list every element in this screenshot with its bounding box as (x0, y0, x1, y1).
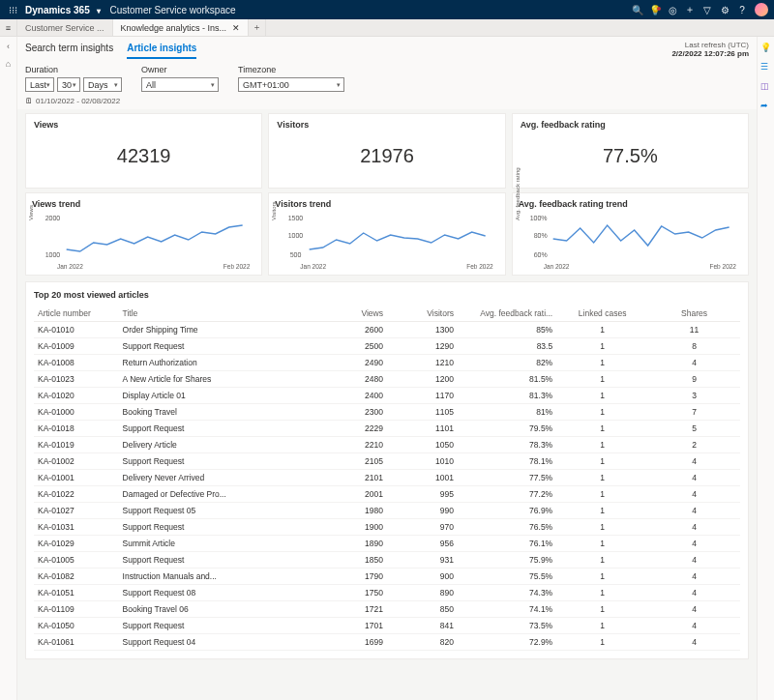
cell: 81.3% (458, 388, 556, 404)
kpi-label: Visitors (277, 120, 496, 130)
cell: Support Request (119, 421, 316, 437)
col-avg-feedback[interactable]: Avg. feedback rati... (458, 306, 556, 322)
cell: Support Request (119, 519, 316, 536)
trend-visitors: Visitors trend Visitors 1500 1000 500 Ja… (268, 192, 505, 276)
table-row[interactable]: KA-01010Order Shipping Time2600130085%11… (34, 322, 740, 338)
cell: 1 (556, 519, 648, 536)
duration-mode-select[interactable]: Last (25, 77, 54, 92)
cell: KA-01029 (34, 536, 119, 552)
table-row[interactable]: KA-01051Support Request 08175089074.3%14 (34, 585, 740, 601)
cell: 1 (556, 585, 648, 601)
close-icon[interactable]: ✕ (232, 23, 240, 33)
col-title[interactable]: Title (119, 306, 316, 322)
user-avatar[interactable] (755, 3, 768, 16)
table-row[interactable]: KA-01019Delivery Article2210105078.3%12 (34, 437, 740, 453)
cell: 81% (458, 404, 556, 421)
col-shares[interactable]: Shares (648, 306, 740, 322)
list-icon[interactable]: ☰ (760, 62, 772, 73)
duration-count-select[interactable]: 30 (57, 77, 80, 92)
svg-text:60%: 60% (533, 251, 547, 258)
kpi-row: Views 42319 Visitors 21976 Avg. feedback… (17, 109, 757, 192)
cell: 1 (556, 338, 648, 355)
filter-icon[interactable]: ▽ (699, 5, 716, 15)
subtab-search-term[interactable]: Search term insights (25, 43, 113, 59)
cell: KA-01018 (34, 421, 119, 437)
session-tabs: ≡ Customer Service ... Knowledge analyti… (0, 19, 774, 37)
timezone-label: Timezone (238, 65, 344, 74)
brand-label: Dynamics 365 (25, 5, 90, 15)
cell: 4 (648, 486, 740, 503)
cell: 956 (387, 536, 458, 552)
cell: Damaged or Defective Pro... (119, 486, 316, 503)
filter-timezone: Timezone GMT+01:00 (238, 65, 344, 105)
table-row[interactable]: KA-01061Support Request 04169982072.9%14 (34, 634, 740, 651)
cell: 1 (556, 569, 648, 585)
lightbulb-icon[interactable]: 💡 (646, 5, 664, 15)
table-row[interactable]: KA-01022Damaged or Defective Pro...20019… (34, 486, 740, 503)
target-icon[interactable]: ◎ (664, 5, 681, 15)
search-icon[interactable]: 🔍 (629, 5, 646, 15)
cell: Support Request (119, 453, 316, 470)
duration-unit-select[interactable]: Days (83, 77, 122, 92)
cell: 74.3% (458, 585, 556, 601)
col-linked-cases[interactable]: Linked cases (556, 306, 648, 322)
lightbulb-icon[interactable]: 💡 (760, 43, 772, 54)
cell: 11 (648, 322, 740, 338)
cell: 1210 (387, 355, 458, 371)
col-views[interactable]: Views (316, 306, 387, 322)
table-row[interactable]: KA-01109Booking Travel 06172185074.1%14 (34, 601, 740, 618)
add-icon[interactable]: ＋ (681, 3, 699, 16)
cell: 1 (556, 388, 648, 404)
cell: 4 (648, 585, 740, 601)
table-row[interactable]: KA-01020Display Article 012400117081.3%1… (34, 388, 740, 404)
brand-switcher[interactable]: Dynamics 365 ▾ (25, 5, 101, 15)
table-row[interactable]: KA-01029Summit Article189095676.1%14 (34, 536, 740, 552)
back-icon[interactable]: ‹ (3, 41, 15, 52)
table-row[interactable]: KA-01031Support Request190097076.5%14 (34, 519, 740, 536)
cell: 4 (648, 634, 740, 651)
hamburger-icon[interactable]: ≡ (0, 19, 17, 36)
kpi-value: 77.5% (521, 130, 740, 182)
cell: 4 (648, 569, 740, 585)
cell: Summit Article (119, 536, 316, 552)
cell: 2229 (316, 421, 387, 437)
cell: Support Request 08 (119, 585, 316, 601)
cell: 1001 (387, 470, 458, 486)
share-icon[interactable]: ➦ (760, 101, 772, 112)
cell: Delivery Never Arrived (119, 470, 316, 486)
table-row[interactable]: KA-01002Support Request2105101078.1%14 (34, 453, 740, 470)
add-tab-button[interactable]: ＋ (249, 19, 266, 36)
table-row[interactable]: KA-01000Booking Travel2300110581%17 (34, 404, 740, 421)
cell: 1105 (387, 404, 458, 421)
teams-icon[interactable]: ◫ (760, 81, 772, 93)
cell: 4 (648, 536, 740, 552)
cell: 1 (556, 421, 648, 437)
table-row[interactable]: KA-01082Instruction Manuals and...179090… (34, 569, 740, 585)
table-row[interactable]: KA-01001Delivery Never Arrived2101100177… (34, 470, 740, 486)
help-icon[interactable]: ? (733, 5, 751, 15)
timezone-select[interactable]: GMT+01:00 (238, 77, 344, 92)
cell: 2001 (316, 486, 387, 503)
col-article-number[interactable]: Article number (34, 306, 119, 322)
table-row[interactable]: KA-01027Support Request 05198099076.9%14 (34, 503, 740, 519)
cell: 1170 (387, 388, 458, 404)
table-row[interactable]: KA-01023A New Article for Shares24801200… (34, 371, 740, 388)
table-row[interactable]: KA-01050Support Request170184173.5%14 (34, 618, 740, 634)
tab-knowledge-analytics[interactable]: Knowledge analytics - Ins... ✕ (113, 19, 250, 36)
table-row[interactable]: KA-01008Return Authorization2490121082%1… (34, 355, 740, 371)
cell: 990 (387, 503, 458, 519)
table-row[interactable]: KA-01009Support Request2500129083.518 (34, 338, 740, 355)
svg-text:500: 500 (290, 251, 302, 258)
cell: 970 (387, 519, 458, 536)
subtab-article-insights[interactable]: Article insights (127, 43, 196, 59)
table-row[interactable]: KA-01005Support Request185093175.9%14 (34, 552, 740, 569)
app-launcher-icon[interactable]: ⁝⁝⁝ (6, 5, 19, 15)
x-axis: Jan 2022 Feb 2022 (519, 263, 742, 270)
settings-icon[interactable]: ⚙ (716, 5, 733, 15)
table-row[interactable]: KA-01018Support Request2229110179.5%15 (34, 421, 740, 437)
col-visitors[interactable]: Visitors (387, 306, 458, 322)
cell: Support Request 05 (119, 503, 316, 519)
owner-select[interactable]: All (141, 77, 219, 92)
home-icon[interactable]: ⌂ (3, 58, 15, 70)
tab-customer-service[interactable]: Customer Service ... (17, 19, 113, 36)
